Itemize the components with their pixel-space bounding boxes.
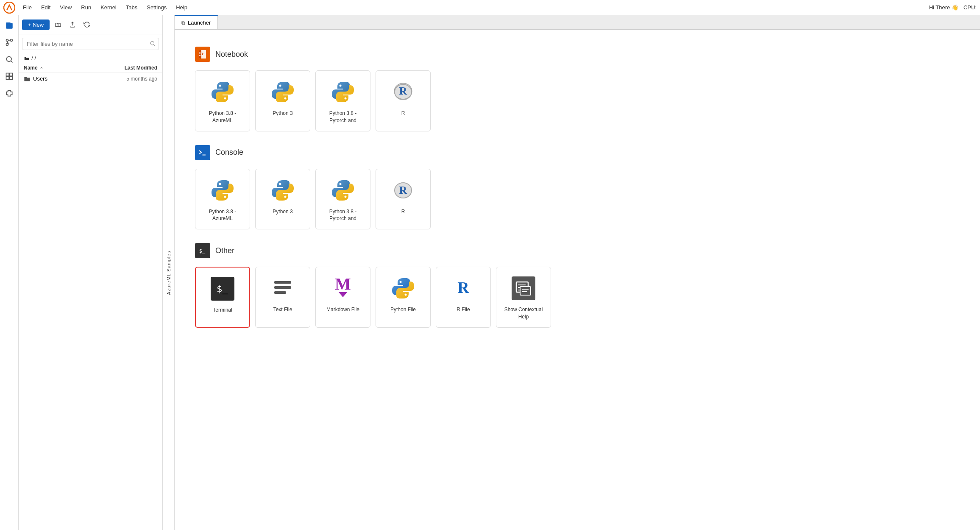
tab-bar: ⧉ Launcher bbox=[175, 15, 980, 30]
ot-contextual-label: Show Contextual Help bbox=[501, 306, 546, 321]
azureml-label-text: AzureML Samples bbox=[166, 251, 171, 295]
svg-text:$_: $_ bbox=[199, 248, 206, 254]
svg-point-26 bbox=[284, 195, 287, 198]
user-greeting: Hi There 👋 bbox=[929, 4, 958, 11]
menubar-right: Hi There 👋 CPU: bbox=[929, 4, 977, 11]
svg-point-28 bbox=[345, 195, 347, 198]
svg-point-27 bbox=[340, 183, 342, 185]
new-button[interactable]: + New bbox=[22, 20, 50, 30]
svg-point-5 bbox=[6, 56, 11, 61]
menu-view[interactable]: View bbox=[56, 3, 76, 12]
activity-puzzle-icon[interactable] bbox=[3, 86, 16, 100]
menu-run[interactable]: Run bbox=[77, 3, 95, 12]
search-box bbox=[22, 38, 159, 50]
nb-py3-label: Python 3 bbox=[273, 110, 292, 117]
launcher: Notebook bbox=[175, 30, 980, 530]
cpu-label: CPU: bbox=[963, 4, 977, 11]
svg-point-10 bbox=[150, 41, 154, 45]
ot-contextual-card[interactable]: Show Contextual Help bbox=[496, 267, 551, 328]
svg-text:R: R bbox=[457, 279, 469, 296]
search-icon bbox=[150, 40, 156, 47]
nb-py3-card[interactable]: Python 3 bbox=[255, 70, 310, 131]
folder-file-icon bbox=[24, 76, 31, 82]
nb-py38-azureml-icon bbox=[210, 79, 235, 105]
console-section-icon bbox=[195, 145, 210, 160]
menubar: File Edit View Run Kernel Tabs Settings … bbox=[0, 0, 980, 15]
ot-textfile-label: Text File bbox=[273, 306, 292, 313]
menu-edit[interactable]: Edit bbox=[37, 3, 55, 12]
nb-py38-pytorch-card[interactable]: Python 3.8 - Pytorch and bbox=[315, 70, 370, 131]
file-panel: + New bbox=[19, 15, 163, 530]
ot-rfile-label: R File bbox=[457, 306, 470, 313]
svg-point-14 bbox=[224, 98, 226, 100]
nb-r-icon: R bbox=[390, 79, 416, 105]
menu-kernel[interactable]: Kernel bbox=[96, 3, 121, 12]
cs-py3-card[interactable]: Python 3 bbox=[255, 169, 310, 230]
cs-r-label: R bbox=[401, 208, 405, 215]
folder-icon bbox=[24, 56, 30, 61]
console-section-header: Console bbox=[195, 145, 960, 160]
console-section-title: Console bbox=[215, 148, 243, 157]
nb-py38-azureml-label: Python 3.8 - AzureML bbox=[200, 110, 245, 124]
console-cards: Python 3.8 - AzureML bbox=[195, 169, 960, 230]
notebook-cards: Python 3.8 - AzureML bbox=[195, 70, 960, 131]
cs-py38-pytorch-icon bbox=[330, 178, 356, 203]
sort-icon bbox=[39, 66, 44, 70]
cs-py3-icon bbox=[270, 178, 295, 203]
svg-point-17 bbox=[340, 85, 342, 87]
other-section-header: $_ Other bbox=[195, 243, 960, 258]
nb-py3-icon bbox=[270, 79, 295, 105]
file-modified: 5 months ago bbox=[98, 76, 157, 82]
activity-files-icon[interactable] bbox=[3, 19, 16, 32]
tab-launcher[interactable]: ⧉ Launcher bbox=[175, 15, 218, 29]
refresh-button[interactable] bbox=[81, 19, 93, 31]
nb-py38-pytorch-icon bbox=[330, 79, 356, 105]
activity-extensions-icon[interactable] bbox=[3, 70, 16, 83]
svg-point-15 bbox=[279, 85, 281, 87]
notebook-section-title: Notebook bbox=[215, 50, 248, 59]
cs-py38-azureml-card[interactable]: Python 3.8 - AzureML bbox=[195, 169, 250, 230]
ot-pyfile-card[interactable]: Python File bbox=[376, 267, 431, 328]
app-logo-icon bbox=[3, 2, 15, 14]
column-name-header[interactable]: Name bbox=[24, 65, 98, 71]
ot-terminal-card[interactable]: $_ Terminal bbox=[195, 267, 250, 328]
svg-rect-9 bbox=[9, 77, 12, 80]
svg-point-2 bbox=[6, 39, 8, 42]
ot-textfile-icon bbox=[270, 276, 295, 301]
ot-markdown-card[interactable]: M Markdown File bbox=[315, 267, 370, 328]
cs-py38-pytorch-card[interactable]: Python 3.8 - Pytorch and bbox=[315, 169, 370, 230]
nb-py38-pytorch-label: Python 3.8 - Pytorch and bbox=[321, 110, 365, 124]
nb-r-card[interactable]: R R bbox=[376, 70, 431, 131]
menu-settings[interactable]: Settings bbox=[142, 3, 171, 12]
svg-rect-36 bbox=[274, 291, 286, 294]
azureml-samples-panel[interactable]: AzureML Samples bbox=[163, 15, 175, 530]
svg-text:R: R bbox=[399, 184, 407, 196]
svg-point-0 bbox=[4, 2, 15, 13]
search-input[interactable] bbox=[22, 38, 159, 50]
nb-py38-azureml-card[interactable]: Python 3.8 - AzureML bbox=[195, 70, 250, 131]
cs-py38-pytorch-label: Python 3.8 - Pytorch and bbox=[321, 208, 365, 223]
activity-git-icon[interactable] bbox=[3, 36, 16, 49]
content-area: ⧉ Launcher Notebook bbox=[175, 15, 980, 530]
upload-folder-button[interactable] bbox=[52, 19, 64, 31]
menu-tabs[interactable]: Tabs bbox=[122, 3, 142, 12]
svg-point-18 bbox=[345, 98, 347, 100]
activity-search-icon[interactable] bbox=[3, 53, 16, 66]
menu-help[interactable]: Help bbox=[172, 3, 192, 12]
svg-point-4 bbox=[10, 39, 12, 42]
file-name: Users bbox=[24, 75, 98, 82]
cs-r-card[interactable]: R R bbox=[376, 169, 431, 230]
upload-files-button[interactable] bbox=[67, 19, 78, 31]
svg-point-23 bbox=[219, 183, 221, 185]
menu-file[interactable]: File bbox=[19, 3, 36, 12]
svg-point-25 bbox=[279, 183, 281, 185]
ot-rfile-card[interactable]: R R File bbox=[436, 267, 491, 328]
ot-pyfile-label: Python File bbox=[390, 306, 416, 313]
ot-rfile-icon: R bbox=[451, 276, 476, 301]
activity-bar bbox=[0, 15, 19, 530]
file-row[interactable]: Users 5 months ago bbox=[19, 73, 162, 84]
ot-textfile-card[interactable]: Text File bbox=[255, 267, 310, 328]
column-modified-header[interactable]: Last Modified bbox=[98, 65, 157, 71]
svg-marker-38 bbox=[339, 292, 347, 297]
svg-rect-35 bbox=[274, 286, 291, 289]
